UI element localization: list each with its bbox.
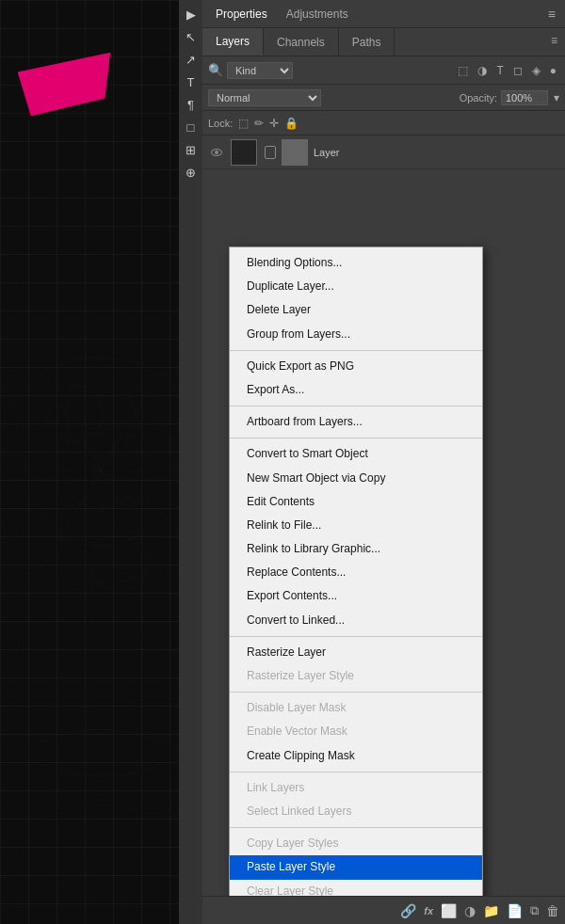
- image-tool[interactable]: ⊞: [181, 139, 202, 160]
- properties-tabs: Properties Adjustments: [212, 6, 352, 23]
- play-button[interactable]: ▶: [181, 4, 202, 24]
- menu-separator: [230, 406, 482, 406]
- menu-item-artboard-from-layers[interactable]: Artboard from Layers...: [230, 410, 482, 434]
- menu-separator: [230, 772, 482, 773]
- context-menu: Blending Options...Duplicate Layer...Del…: [229, 247, 483, 896]
- new-group-icon[interactable]: 📁: [483, 903, 499, 918]
- menu-item-new-smart-object-via-copy[interactable]: New Smart Object via Copy: [230, 467, 482, 490]
- menu-item-replace-contents[interactable]: Replace Contents...: [230, 561, 482, 584]
- menu-item-relink-to-file[interactable]: Relink to File...: [230, 514, 482, 537]
- layer-effects-icon[interactable]: fx: [424, 905, 433, 916]
- paragraph-tool[interactable]: ¶: [181, 94, 202, 115]
- menu-item-label-quick-export: Quick Export as PNG: [247, 359, 354, 373]
- panel-area: Properties Adjustments ≡ Layers Channels…: [202, 0, 565, 924]
- menu-item-duplicate-layer[interactable]: Duplicate Layer...: [230, 275, 482, 298]
- menu-item-label-blending-options: Blending Options...: [247, 256, 342, 269]
- lock-position-icon[interactable]: ✛: [269, 117, 279, 130]
- menu-item-blending-options[interactable]: Blending Options...: [230, 251, 482, 275]
- canvas-background: [0, 0, 202, 924]
- menu-item-label-enable-vector-mask: Enable Vector Mask: [247, 725, 347, 738]
- menu-item-label-select-linked-layers: Select Linked Layers: [247, 805, 351, 818]
- link-layers-icon[interactable]: 🔗: [400, 903, 416, 918]
- adjustment-filter-icon[interactable]: ◑: [475, 63, 490, 78]
- filter-kind-select[interactable]: Kind Name Effect: [227, 62, 293, 79]
- menu-item-export-contents[interactable]: Export Contents...: [230, 584, 482, 608]
- select-tool[interactable]: ↖: [181, 26, 202, 47]
- menu-item-link-layers: Link Layers: [230, 776, 482, 800]
- left-toolbar: ▶ ↖ ↗ T ¶ □ ⊞ ⊕: [179, 0, 202, 924]
- menu-item-clear-layer-style: Clear Layer Style: [230, 880, 482, 897]
- menu-item-paste-layer-style[interactable]: Paste Layer Style: [230, 855, 482, 879]
- menu-separator: [230, 636, 482, 637]
- smart-filter-icon[interactable]: ◈: [529, 63, 543, 78]
- menu-item-label-link-layers: Link Layers: [247, 781, 304, 794]
- duplicate-icon[interactable]: ⧉: [530, 903, 539, 918]
- layer-panel-tabs: Layers Channels Paths ≡: [202, 28, 565, 56]
- blend-opacity-row: Normal Multiply Screen Overlay Opacity: …: [202, 85, 565, 111]
- menu-item-copy-layer-styles: Copy Layer Styles: [230, 832, 482, 855]
- blend-mode-select[interactable]: Normal Multiply Screen Overlay: [208, 89, 321, 106]
- opacity-input[interactable]: [501, 90, 548, 105]
- menu-item-label-export-contents: Export Contents...: [247, 589, 337, 602]
- component-tool[interactable]: ⊕: [181, 162, 202, 183]
- menu-item-quick-export[interactable]: Quick Export as PNG: [230, 355, 482, 378]
- properties-header: Properties Adjustments ≡: [202, 0, 565, 28]
- layer-item[interactable]: Layer: [202, 135, 565, 169]
- add-mask-icon[interactable]: ⬜: [441, 903, 457, 918]
- color-filter-icon[interactable]: ●: [547, 63, 559, 78]
- menu-item-convert-smart-object[interactable]: Convert to Smart Object: [230, 442, 482, 466]
- layer-mask-thumb-1: [282, 139, 308, 166]
- layer-visibility-1[interactable]: [208, 135, 225, 169]
- direct-select-tool[interactable]: ↗: [181, 49, 202, 70]
- menu-item-label-clear-layer-style: Clear Layer Style: [247, 884, 333, 897]
- bottom-icons: 🔗 fx ⬜ ◑ 📁 📄 ⧉ 🗑: [202, 896, 565, 924]
- menu-item-export-as[interactable]: Export As...: [230, 378, 482, 402]
- menu-item-rasterize-layer-style: Rasterize Layer Style: [230, 664, 482, 688]
- menu-item-label-delete-layer: Delete Layer: [247, 303, 311, 316]
- menu-item-label-artboard-from-layers: Artboard from Layers...: [247, 415, 363, 428]
- lock-transparent-icon[interactable]: ⬚: [238, 117, 249, 130]
- menu-item-rasterize-layer[interactable]: Rasterize Layer: [230, 641, 482, 664]
- menu-item-label-rasterize-layer-style: Rasterize Layer Style: [247, 669, 354, 682]
- new-layer-icon[interactable]: 📄: [507, 903, 523, 918]
- eye-icon-1: [211, 149, 222, 156]
- shape-filter-icon[interactable]: ◻: [510, 63, 525, 78]
- type-tool[interactable]: T: [181, 72, 202, 92]
- lock-image-icon[interactable]: ✏: [254, 117, 264, 130]
- panel-menu-icon[interactable]: ≡: [548, 7, 556, 22]
- menu-item-label-convert-smart-object: Convert to Smart Object: [247, 447, 368, 460]
- menu-separator: [230, 692, 482, 693]
- delete-layer-icon[interactable]: 🗑: [546, 903, 559, 918]
- type-filter-icon[interactable]: T: [493, 63, 506, 78]
- menu-item-label-relink-to-library: Relink to Library Graphic...: [247, 542, 380, 555]
- menu-item-label-rasterize-layer: Rasterize Layer: [247, 645, 326, 659]
- menu-item-relink-to-library[interactable]: Relink to Library Graphic...: [230, 537, 482, 561]
- tab-layers[interactable]: Layers: [202, 28, 264, 56]
- filter-type-icons: ⬚ ◑ T ◻ ◈ ●: [455, 63, 559, 78]
- menu-item-create-clipping-mask[interactable]: Create Clipping Mask: [230, 744, 482, 768]
- search-icon: 🔍: [208, 63, 223, 77]
- menu-separator: [230, 350, 482, 351]
- adjustment-layer-icon[interactable]: ◑: [464, 903, 476, 918]
- menu-separator: [230, 827, 482, 828]
- layers-menu-icon[interactable]: ≡: [543, 28, 565, 56]
- menu-item-label-relink-to-file: Relink to File...: [247, 518, 321, 532]
- tab-paths[interactable]: Paths: [339, 28, 396, 56]
- menu-separator: [230, 438, 482, 438]
- menu-item-delete-layer[interactable]: Delete Layer: [230, 298, 482, 322]
- opacity-arrow[interactable]: ▾: [554, 91, 559, 104]
- ornament-svg: [0, 0, 202, 924]
- filter-row: 🔍 Kind Name Effect ⬚ ◑ T ◻ ◈ ●: [202, 56, 565, 85]
- tab-channels[interactable]: Channels: [264, 28, 339, 56]
- menu-item-group-from-layers[interactable]: Group from Layers...: [230, 323, 482, 346]
- pixel-filter-icon[interactable]: ⬚: [455, 63, 471, 78]
- tab-adjustments[interactable]: Adjustments: [282, 6, 352, 23]
- tab-properties[interactable]: Properties: [212, 6, 271, 23]
- menu-item-select-linked-layers: Select Linked Layers: [230, 800, 482, 823]
- menu-item-edit-contents[interactable]: Edit Contents: [230, 490, 482, 514]
- lock-label: Lock:: [208, 118, 233, 129]
- shape-tool[interactable]: □: [181, 117, 202, 137]
- lock-all-icon[interactable]: 🔒: [284, 117, 299, 130]
- menu-item-label-duplicate-layer: Duplicate Layer...: [247, 279, 334, 293]
- menu-item-convert-to-linked[interactable]: Convert to Linked...: [230, 609, 482, 632]
